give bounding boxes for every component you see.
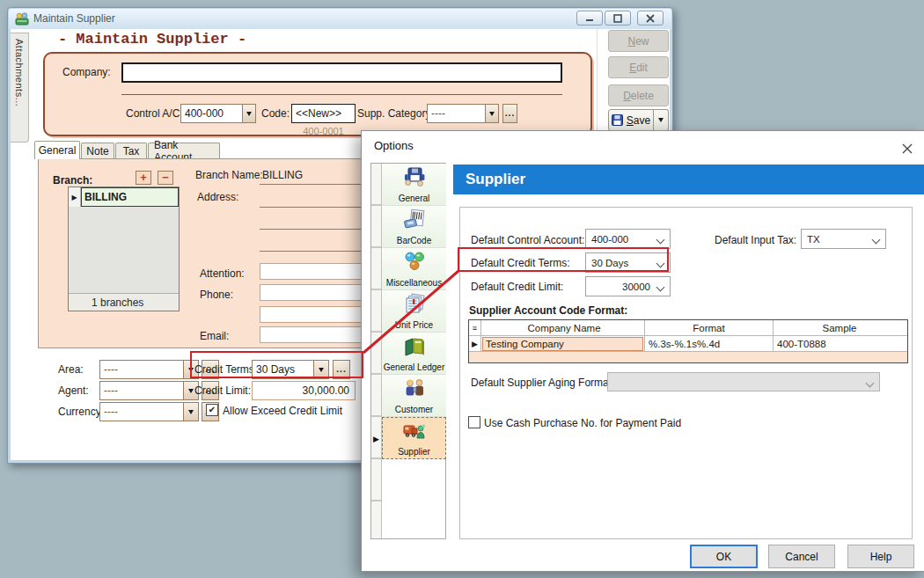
grid-corner-icon: ≡ [469,320,481,335]
add-branch-button[interactable]: + [136,171,151,185]
credit-terms-combo[interactable]: 30 Days [252,360,314,379]
sidebar-item-general-ledger[interactable]: General Ledger [382,333,446,375]
account-code-format-table[interactable]: ≡ Company Name Format Sample ▶ Testing C… [468,319,908,363]
default-input-tax-label: Default Input Tax: [715,234,796,246]
delete-button[interactable]: Delete [608,84,669,106]
supp-category-browse-button[interactable]: ... [502,104,517,123]
table-row[interactable]: ▶ Testing Company %.3s-%.1s%.4d 400-T088… [469,336,907,352]
minimize-button[interactable] [576,11,603,26]
default-credit-limit-label: Default Credit Limit: [471,281,563,293]
check-icon: ✔ [209,406,216,414]
new-button[interactable]: New [608,30,669,52]
currency-combo[interactable]: ---- [99,402,184,421]
dialog-title: Options [374,139,414,152]
general-ledger-icon [402,334,427,362]
sidebar-item-unit-price[interactable]: Unit Price [382,290,446,333]
format-cell[interactable]: %.3s-%.1s%.4d [645,336,774,351]
section-header-title: Supplier [466,171,525,188]
branch-row-billing[interactable]: ▶ BILLING [69,187,179,207]
sidebar-item-customer[interactable]: Customer [382,375,446,417]
dialog-close-button[interactable] [900,142,914,156]
ellipsis-icon: ... [336,367,346,372]
help-button[interactable]: Help [847,545,914,568]
code-input[interactable]: <<New>> [291,104,356,123]
ellipsis-icon: ... [505,111,515,116]
sidebar-item-miscellaneous[interactable]: Miscellaneous [382,248,446,290]
window-title: Maintain Supplier [33,12,115,25]
control-ac-label: Control A/C: [126,107,183,120]
column-company-name[interactable]: Company Name [481,320,645,335]
dropdown-arrow-icon [489,112,495,116]
supplier-options-panel: Default Control Account: 400-000 Default… [459,207,913,539]
cancel-button[interactable]: Cancel [768,545,835,568]
email-label: Email: [200,330,229,342]
table-header-row: ≡ Company Name Format Sample [469,320,907,336]
chevron-down-icon [866,379,875,388]
control-ac-combo[interactable]: 400-000 [180,104,243,123]
default-credit-terms-combo[interactable]: 30 Days [585,252,671,273]
sidebar-item-barcode[interactable]: BarCode [382,206,446,248]
tab-bank-account[interactable]: Bank Account [148,143,220,158]
options-dialog: Options ▶ Ge [361,130,924,572]
dropdown-arrow-icon [188,368,194,372]
code-hint: 400-0001 [291,126,356,136]
company-input[interactable] [121,62,562,83]
company-line2[interactable] [121,94,562,95]
tab-tax[interactable]: Tax [115,143,147,158]
maintain-title-bar[interactable]: Maintain Supplier [9,9,671,29]
save-icon [612,114,623,126]
ok-button[interactable]: OK [690,545,758,568]
save-dropdown-button[interactable] [654,109,669,131]
supp-category-combo[interactable]: ---- [427,104,486,123]
credit-limit-label: Credit Limit: [194,384,251,397]
credit-terms-browse-button[interactable]: ... [333,360,350,379]
control-ac-dropdown-button[interactable] [242,104,256,123]
agent-combo[interactable]: ---- [99,381,184,400]
column-sample[interactable]: Sample [774,320,906,335]
column-format[interactable]: Format [645,320,774,335]
row-marker-icon: ▶ [69,187,81,207]
chevron-down-icon [656,236,665,245]
account-code-format-label: Supplier Account Code Format: [469,304,627,317]
close-button[interactable] [637,11,664,26]
general-icon [402,165,427,194]
minus-icon: − [162,174,169,181]
credit-limit-input[interactable]: 30,000.00 [252,381,356,400]
app-icon [15,11,29,26]
cash-purchase-checkbox[interactable] [468,416,480,428]
tab-general[interactable]: General [34,141,80,159]
dropdown-arrow-icon [188,389,194,393]
attachments-tab[interactable]: Attachments... [11,33,29,143]
currency-dropdown-button[interactable] [183,402,199,421]
dropdown-arrow-icon [246,112,252,116]
default-control-account-combo[interactable]: 400-000 [585,229,671,249]
aging-format-combo[interactable] [607,372,880,391]
row-marker-icon: ▶ [373,435,379,443]
page-title: - Maintain Supplier - [54,31,251,50]
sidebar-item-supplier[interactable]: Supplier [382,417,446,459]
chevron-down-icon [656,283,665,292]
allow-exceed-checkbox[interactable]: ✔ [206,404,218,416]
supp-category-dropdown-button[interactable] [485,104,499,123]
save-button[interactable]: Save [608,109,654,131]
credit-terms-dropdown-button[interactable] [313,360,329,379]
address-label: Address: [197,191,238,203]
agent-label: Agent: [58,384,89,397]
company-label: Company: [62,66,111,78]
sidebar-item-general[interactable]: General [382,164,446,206]
chevron-down-icon [872,236,881,245]
branch-list[interactable]: ▶ BILLING 1 branches [68,187,180,311]
aging-format-label: Default Supplier Aging Format: [471,377,614,389]
code-label: Code: [261,107,290,120]
edit-button[interactable]: Edit [608,56,669,78]
dropdown-arrow-icon [319,368,324,372]
customer-icon [402,377,427,405]
maximize-button[interactable] [605,11,631,26]
area-combo[interactable]: ---- [99,360,184,379]
tab-note[interactable]: Note [81,143,114,158]
company-name-cell[interactable]: Testing Company [482,337,643,351]
allow-exceed-label: Allow Exceed Credit Limit [223,405,342,417]
default-credit-limit-input[interactable]: 30000 [585,276,671,296]
remove-branch-button[interactable]: − [158,171,173,185]
default-input-tax-combo[interactable]: TX [801,229,886,249]
